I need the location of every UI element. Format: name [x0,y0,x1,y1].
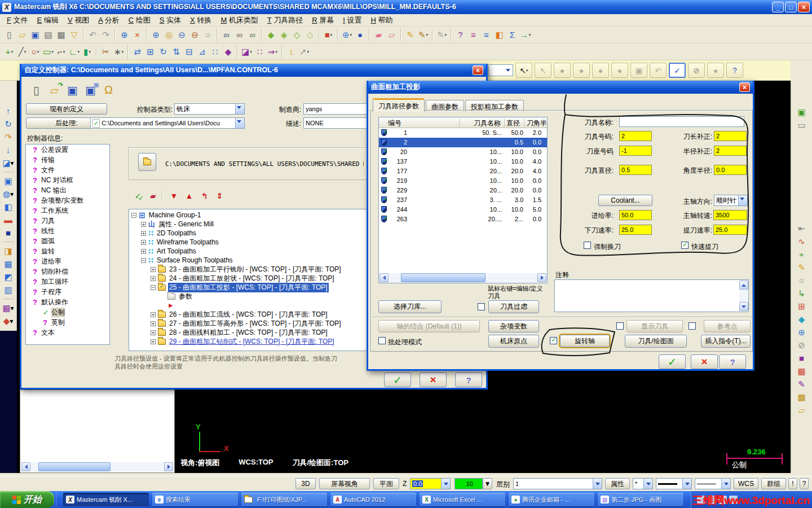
menu-T[interactable]: T 刀具路径 [263,14,307,27]
util-extend-icon[interactable]: ⇤ [795,222,809,235]
controller-tree-item[interactable]: ?切削补偿 [26,266,109,277]
help-button[interactable]: ? [800,478,809,489]
controller-tree-item[interactable]: ✓公制 [26,307,109,317]
retract-rate-field[interactable]: 25.0 [713,225,747,235]
edit-multi-icon[interactable]: ✎▾ [417,28,430,41]
xform-solid-icon[interactable]: ◆ [222,45,235,58]
vp-rotate-icon[interactable]: ◩ [2,270,15,283]
select-circle[interactable]: ● [707,63,724,78]
scroll-thumb[interactable] [401,273,486,282]
machine-group-tree[interactable]: −⊞Machine Group-1+山属性 - Generic Mill+∷2D… [129,209,368,351]
filter-funnel-icon[interactable]: ▽ [68,28,81,41]
hist-magenta-icon[interactable]: ≡ [467,28,480,41]
controller-tree-item[interactable]: ?圆弧 [26,236,109,246]
taskbar-task-folder[interactable]: F:\打印图纸\XJP... [241,493,327,506]
controller-tree-item[interactable]: ?英制 [26,317,109,327]
col-diameter[interactable]: 直径 [506,119,520,128]
toolpath-cancel-button[interactable]: × [691,354,718,369]
gview-back-icon[interactable]: ↷ [2,130,15,143]
collapse-icon[interactable]: − [151,285,156,290]
view-cube-icon[interactable]: ■▾ [322,28,335,41]
analyze-dynamic-icon[interactable]: ∞ [233,28,246,41]
highlight-bulb-icon[interactable]: ↕ [285,45,298,58]
reset-loop-icon[interactable]: ↰ [198,190,211,202]
machine-tree-item[interactable]: +27 - 曲面粗加工等高外形 - [WCS: TOP] - [刀具平面: TO… [129,319,368,328]
gview-sphere-icon[interactable]: ● [354,28,367,41]
coolant-button[interactable]: Coolant... [598,195,652,206]
volume-box-icon[interactable]: ◧ [493,28,506,41]
menu-S[interactable]: S 实体 [155,14,186,27]
tool-row[interactable]: 26320....2...0.0 [379,214,547,224]
xform-rotate-icon[interactable]: ↻ [157,45,170,58]
print-icon[interactable]: ▤ [42,28,55,41]
controller-tree-item[interactable]: ?刀具 [26,216,109,226]
menu-R[interactable]: R 屏幕 [307,14,338,27]
view-fit-icon[interactable]: ▣ [2,174,15,187]
menu-V[interactable]: V 视图 [63,14,94,27]
menu-I[interactable]: I 设置 [338,14,366,27]
controller-save-as-icon[interactable]: ▣▣ [83,82,98,98]
z-depth-combo[interactable]: 0.0 [410,478,451,489]
warn-button[interactable]: ! [788,478,797,489]
line-style-combo[interactable] [656,478,692,489]
create-point-icon[interactable]: +▾ [3,45,16,58]
machine-tree-item[interactable]: +24 - 曲面粗加工放射状 - [WCS: TOP] - [刀具平面: TOP… [129,274,368,283]
controller-lock-icon[interactable]: Ω [101,82,116,98]
machine-def-icon[interactable]: ▭ [795,119,809,132]
corner-radius-field[interactable]: 0.0 [714,165,747,175]
print-preview-icon[interactable]: ▦ [55,28,68,41]
zoom-previous-icon[interactable]: ⊖ [188,28,201,41]
scroll-up-icon[interactable] [739,281,748,290]
util-grid2-icon[interactable]: ▦ [795,365,809,378]
controller-close-icon[interactable]: × [473,65,483,75]
undo-icon[interactable]: ↶ [86,28,99,41]
level-combo[interactable]: 1 [513,478,602,489]
misc-values-button[interactable]: 杂项变数 [488,320,539,332]
grid-combo[interactable]: 10 [454,478,483,489]
move-down-icon[interactable]: ▼ [167,190,180,202]
machine-tree-item[interactable]: +∷Wireframe Toolpaths [129,238,368,247]
controller-tree-item[interactable]: ?杂项整/实变数 [26,195,109,205]
move-up-icon[interactable]: ▲ [183,190,196,202]
tool-row[interactable]: 22920...20.00.0 [379,186,547,195]
controller-cancel-button[interactable]: × [420,373,447,387]
tool-row[interactable]: 13710...10.04.0 [379,157,547,167]
restore-button[interactable]: □ [785,2,797,12]
controller-ok-button[interactable]: ✓ [384,373,411,387]
machine-tree-item[interactable]: +23 - 曲面粗加工平行铣削 - [WCS: TOP] - [刀具平面: TO… [129,265,368,274]
expand-icon[interactable]: + [141,231,146,236]
expand-icon[interactable]: + [151,321,156,326]
taskbar-task-ie[interactable]: e搜索结果 [152,493,238,506]
create-rect-icon[interactable]: ▭▾ [42,45,55,58]
scroll-left-icon[interactable] [379,273,389,282]
rotate-axis-checkbox[interactable] [550,337,557,344]
controller-tree-item[interactable]: ?传输 [26,155,109,165]
scroll-left-icon[interactable] [21,462,30,471]
tool-diameter-field[interactable]: 0.5 [619,165,652,175]
zoom-fit-icon[interactable]: ○ [201,28,214,41]
erase-setting-icon[interactable]: ▰ [147,190,160,202]
menu-C[interactable]: C 绘图 [124,14,155,27]
tool-table-header[interactable]: 编号 刀具名称 直径 刀角半 [379,117,547,128]
existing-definition-button[interactable]: 现有的定义 [26,103,107,115]
controller-tree-item[interactable]: ?旋转 [26,246,109,256]
xform-translate-icon[interactable]: ⇄ [131,45,144,58]
tool-row[interactable]: 24410...10.05.0 [379,205,547,214]
machine-origin-button[interactable]: 机床原点 [488,335,539,348]
expand-icon[interactable]: + [151,339,156,344]
controller-help-button[interactable]: ? [455,373,482,387]
operations-panel[interactable] [20,389,175,473]
controller-tree-item[interactable]: ?进给率 [26,256,109,266]
controller-tree-item[interactable]: ?文件 [26,165,109,175]
menu-F[interactable]: F 文件 [2,14,33,27]
select-arrow-button[interactable]: ↖▾ [515,63,532,78]
xform-array-icon[interactable]: ∷ [209,45,222,58]
util-pencil2-icon[interactable]: ✎ [795,378,809,391]
tool-row[interactable]: 21910...10.00.0 [379,176,547,186]
expand-collapse-icon[interactable]: ⇕ [213,190,226,202]
view-slice-icon[interactable]: ▬ [2,213,15,226]
toolpath-ok-button[interactable]: ✓ [659,354,686,369]
post-path-combo[interactable]: ✓C:\Documents and Settings\All Users\Doc… [90,117,245,129]
edit-pencil-icon[interactable]: ✎ [404,28,417,41]
tool-plane-button[interactable]: 刀具/绘图面 [625,335,687,348]
